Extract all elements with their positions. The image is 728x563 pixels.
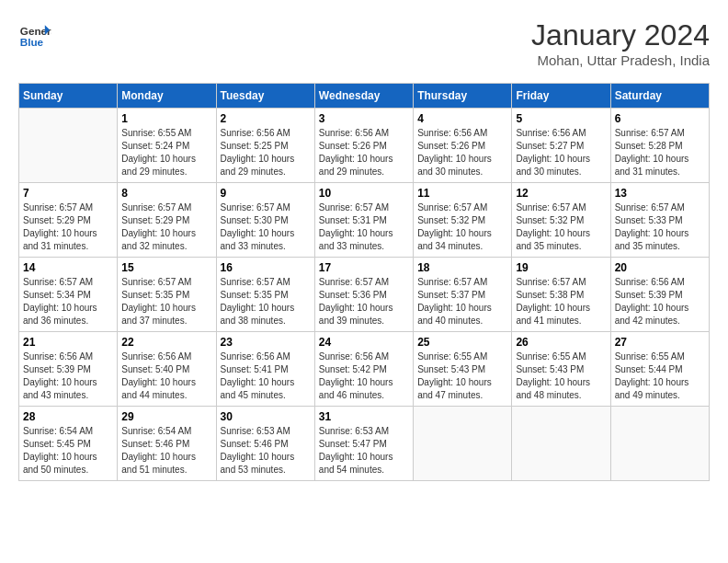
day-info: Sunrise: 6:55 AMSunset: 5:43 PMDaylight:… (417, 350, 507, 402)
day-info: Sunrise: 6:56 AMSunset: 5:40 PMDaylight:… (121, 350, 211, 402)
day-number: 25 (417, 336, 507, 349)
day-info: Sunrise: 6:57 AMSunset: 5:32 PMDaylight:… (417, 201, 507, 253)
day-of-week-header: Saturday (610, 84, 709, 109)
day-info: Sunrise: 6:56 AMSunset: 5:26 PMDaylight:… (417, 127, 507, 178)
day-info: Sunrise: 6:57 AMSunset: 5:29 PMDaylight:… (121, 201, 211, 253)
day-info: Sunrise: 6:55 AMSunset: 5:43 PMDaylight:… (516, 350, 606, 402)
day-number: 31 (319, 410, 409, 423)
day-number: 2 (221, 112, 311, 125)
day-number: 27 (615, 336, 705, 349)
day-number: 23 (221, 336, 311, 349)
day-number: 5 (516, 112, 606, 125)
day-info: Sunrise: 6:56 AMSunset: 5:39 PMDaylight:… (23, 350, 113, 402)
day-number: 3 (319, 112, 409, 125)
calendar-cell: 4 Sunrise: 6:56 AMSunset: 5:26 PMDayligh… (414, 109, 512, 183)
day-info: Sunrise: 6:56 AMSunset: 5:39 PMDaylight:… (615, 276, 705, 327)
calendar-cell: 14 Sunrise: 6:57 AMSunset: 5:34 PMDaylig… (19, 258, 118, 332)
calendar-cell: 23 Sunrise: 6:56 AMSunset: 5:41 PMDaylig… (216, 332, 314, 407)
calendar-cell: 25 Sunrise: 6:55 AMSunset: 5:43 PMDaylig… (414, 332, 512, 407)
day-number: 29 (121, 410, 211, 423)
calendar-cell: 8 Sunrise: 6:57 AMSunset: 5:29 PMDayligh… (118, 183, 216, 258)
day-info: Sunrise: 6:57 AMSunset: 5:28 PMDaylight:… (615, 127, 705, 178)
day-info: Sunrise: 6:57 AMSunset: 5:34 PMDaylight:… (23, 276, 113, 327)
calendar-cell (414, 407, 512, 481)
calendar-cell: 17 Sunrise: 6:57 AMSunset: 5:36 PMDaylig… (314, 258, 413, 332)
calendar-cell: 19 Sunrise: 6:57 AMSunset: 5:38 PMDaylig… (512, 258, 610, 332)
day-info: Sunrise: 6:54 AMSunset: 5:46 PMDaylight:… (121, 425, 211, 477)
logo: General Blue (18, 18, 51, 52)
calendar-week-row: 14 Sunrise: 6:57 AMSunset: 5:34 PMDaylig… (19, 258, 710, 332)
day-info: Sunrise: 6:55 AMSunset: 5:44 PMDaylight:… (615, 350, 705, 402)
day-info: Sunrise: 6:57 AMSunset: 5:38 PMDaylight:… (516, 276, 606, 327)
day-number: 13 (615, 187, 705, 200)
day-number: 10 (319, 187, 409, 200)
calendar-week-row: 7 Sunrise: 6:57 AMSunset: 5:29 PMDayligh… (19, 183, 710, 258)
page-header: General Blue January 2024 Mohan, Uttar P… (18, 18, 710, 68)
calendar-cell: 31 Sunrise: 6:53 AMSunset: 5:47 PMDaylig… (314, 407, 413, 481)
title-block: January 2024 Mohan, Uttar Pradesh, India (531, 18, 710, 68)
day-info: Sunrise: 6:57 AMSunset: 5:33 PMDaylight:… (615, 201, 705, 253)
day-number: 30 (221, 410, 311, 423)
day-number: 26 (516, 336, 606, 349)
day-of-week-header: Wednesday (314, 84, 413, 109)
day-number: 15 (121, 261, 211, 274)
day-number: 6 (615, 112, 705, 125)
day-number: 8 (121, 187, 211, 200)
day-number: 21 (23, 336, 113, 349)
day-number: 24 (319, 336, 409, 349)
day-info: Sunrise: 6:56 AMSunset: 5:42 PMDaylight:… (319, 350, 409, 402)
day-number: 4 (417, 112, 507, 125)
day-info: Sunrise: 6:55 AMSunset: 5:24 PMDaylight:… (121, 127, 211, 178)
day-info: Sunrise: 6:57 AMSunset: 5:36 PMDaylight:… (319, 276, 409, 327)
calendar-cell: 5 Sunrise: 6:56 AMSunset: 5:27 PMDayligh… (512, 109, 610, 183)
day-info: Sunrise: 6:56 AMSunset: 5:27 PMDaylight:… (516, 127, 606, 178)
calendar-cell: 3 Sunrise: 6:56 AMSunset: 5:26 PMDayligh… (314, 109, 413, 183)
calendar-week-row: 28 Sunrise: 6:54 AMSunset: 5:45 PMDaylig… (19, 407, 710, 481)
day-number: 14 (23, 261, 113, 274)
day-info: Sunrise: 6:57 AMSunset: 5:32 PMDaylight:… (516, 201, 606, 253)
svg-text:Blue: Blue (20, 36, 44, 48)
calendar-cell: 28 Sunrise: 6:54 AMSunset: 5:45 PMDaylig… (19, 407, 118, 481)
calendar-cell: 2 Sunrise: 6:56 AMSunset: 5:25 PMDayligh… (216, 109, 314, 183)
day-of-week-header: Tuesday (216, 84, 314, 109)
calendar-cell: 21 Sunrise: 6:56 AMSunset: 5:39 PMDaylig… (19, 332, 118, 407)
calendar-week-row: 21 Sunrise: 6:56 AMSunset: 5:39 PMDaylig… (19, 332, 710, 407)
calendar-cell: 10 Sunrise: 6:57 AMSunset: 5:31 PMDaylig… (314, 183, 413, 258)
day-info: Sunrise: 6:57 AMSunset: 5:29 PMDaylight:… (23, 201, 113, 253)
calendar-cell: 26 Sunrise: 6:55 AMSunset: 5:43 PMDaylig… (512, 332, 610, 407)
day-info: Sunrise: 6:57 AMSunset: 5:35 PMDaylight:… (221, 276, 311, 327)
day-number: 19 (516, 261, 606, 274)
calendar-cell: 15 Sunrise: 6:57 AMSunset: 5:35 PMDaylig… (118, 258, 216, 332)
calendar-week-row: 1 Sunrise: 6:55 AMSunset: 5:24 PMDayligh… (19, 109, 710, 183)
calendar-cell: 18 Sunrise: 6:57 AMSunset: 5:37 PMDaylig… (414, 258, 512, 332)
calendar-cell (19, 109, 118, 183)
day-info: Sunrise: 6:56 AMSunset: 5:25 PMDaylight:… (221, 127, 311, 178)
location: Mohan, Uttar Pradesh, India (531, 52, 710, 68)
day-of-week-header: Friday (512, 84, 610, 109)
calendar-cell: 9 Sunrise: 6:57 AMSunset: 5:30 PMDayligh… (216, 183, 314, 258)
day-info: Sunrise: 6:57 AMSunset: 5:31 PMDaylight:… (319, 201, 409, 253)
calendar-cell: 27 Sunrise: 6:55 AMSunset: 5:44 PMDaylig… (610, 332, 709, 407)
day-of-week-header: Sunday (19, 84, 118, 109)
day-number: 11 (417, 187, 507, 200)
calendar-cell: 29 Sunrise: 6:54 AMSunset: 5:46 PMDaylig… (118, 407, 216, 481)
day-info: Sunrise: 6:53 AMSunset: 5:46 PMDaylight:… (221, 425, 311, 477)
calendar-cell: 22 Sunrise: 6:56 AMSunset: 5:40 PMDaylig… (118, 332, 216, 407)
day-of-week-header: Monday (118, 84, 216, 109)
day-number: 18 (417, 261, 507, 274)
day-number: 16 (221, 261, 311, 274)
calendar-cell: 12 Sunrise: 6:57 AMSunset: 5:32 PMDaylig… (512, 183, 610, 258)
day-number: 1 (121, 112, 211, 125)
calendar-cell: 16 Sunrise: 6:57 AMSunset: 5:35 PMDaylig… (216, 258, 314, 332)
calendar-cell: 7 Sunrise: 6:57 AMSunset: 5:29 PMDayligh… (19, 183, 118, 258)
day-number: 17 (319, 261, 409, 274)
day-number: 9 (221, 187, 311, 200)
day-info: Sunrise: 6:57 AMSunset: 5:35 PMDaylight:… (121, 276, 211, 327)
calendar-cell: 24 Sunrise: 6:56 AMSunset: 5:42 PMDaylig… (314, 332, 413, 407)
day-info: Sunrise: 6:57 AMSunset: 5:37 PMDaylight:… (417, 276, 507, 327)
calendar-cell: 20 Sunrise: 6:56 AMSunset: 5:39 PMDaylig… (610, 258, 709, 332)
day-info: Sunrise: 6:57 AMSunset: 5:30 PMDaylight:… (221, 201, 311, 253)
day-number: 22 (121, 336, 211, 349)
calendar-cell (610, 407, 709, 481)
day-info: Sunrise: 6:53 AMSunset: 5:47 PMDaylight:… (319, 425, 409, 477)
